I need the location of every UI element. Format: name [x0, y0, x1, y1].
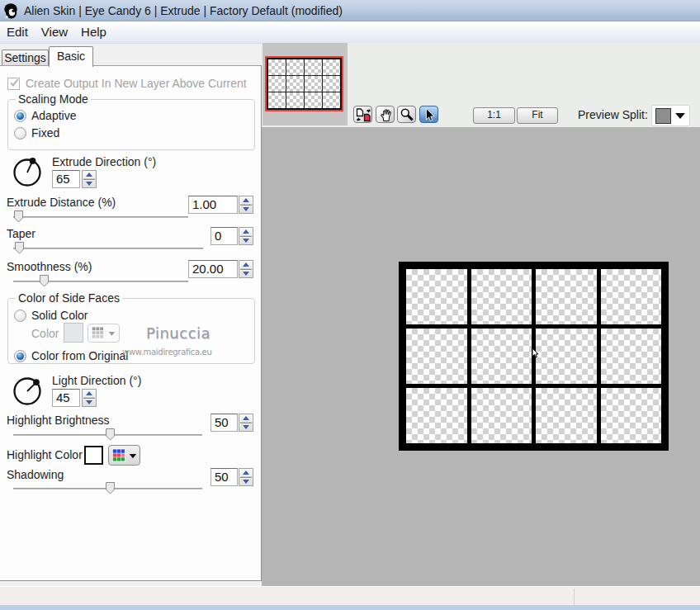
spin-down-icon[interactable]	[243, 239, 249, 243]
spinner-ridge	[240, 422, 252, 424]
scaling-fixed-option[interactable]: Fixed	[14, 126, 59, 139]
menu-edit[interactable]: Edit	[0, 21, 35, 43]
fixed-radio[interactable]	[14, 127, 26, 139]
fixed-label: Fixed	[31, 126, 59, 139]
zoom-tool-button[interactable]	[397, 106, 416, 123]
smoothness-label: Smoothness (%)	[7, 260, 92, 273]
spin-down-icon[interactable]	[86, 182, 92, 186]
create-output-row: Create Output In New Layer Above Current	[7, 77, 247, 90]
spin-down-icon[interactable]	[243, 272, 249, 276]
arrow-tool-button[interactable]	[419, 106, 438, 123]
color-side-faces-legend: Color of Side Faces	[16, 291, 122, 305]
spin-up-icon[interactable]	[243, 471, 249, 475]
smoothness-slider[interactable]	[13, 281, 188, 282]
solid-color-dropdown[interactable]	[88, 324, 120, 343]
adaptive-radio[interactable]	[14, 110, 26, 122]
extrude-distance-input[interactable]: 1.00	[188, 196, 238, 214]
spin-up-icon[interactable]	[243, 229, 249, 234]
color-from-original-option[interactable]: Color from Original	[14, 349, 128, 362]
tab-settings[interactable]: Settings	[2, 50, 49, 66]
spinner-ridge	[240, 268, 252, 271]
status-bar	[0, 586, 700, 606]
taper-input[interactable]: 0	[210, 227, 238, 245]
window-title: Alien Skin | Eye Candy 6 | Extrude | Fac…	[24, 4, 343, 17]
shadowing-thumb[interactable]	[106, 482, 115, 494]
menu-bar: Edit View Help	[0, 21, 700, 44]
watermark-url: www.maidiregrafica.eu	[122, 348, 212, 357]
preview-split-swatch	[655, 108, 671, 124]
spin-up-icon[interactable]	[243, 262, 249, 267]
hand-icon	[376, 106, 395, 124]
highlight-brightness-label: Highlight Brightness	[7, 414, 110, 427]
spin-down-icon[interactable]	[243, 480, 249, 484]
highlight-brightness-input[interactable]: 50	[210, 414, 238, 432]
spin-up-icon[interactable]	[86, 173, 92, 177]
highlight-brightness-spinner[interactable]	[239, 414, 253, 432]
navigator-thumbnail[interactable]	[265, 56, 343, 111]
create-output-checkbox[interactable]	[7, 78, 20, 90]
menu-help[interactable]: Help	[74, 21, 113, 43]
spin-down-icon[interactable]	[243, 207, 249, 211]
extrude-direction-spinner[interactable]	[82, 170, 97, 188]
navigator-grid-cell	[305, 76, 322, 92]
solid-color-option[interactable]: Solid Color	[14, 309, 88, 322]
image-grid-cell	[536, 388, 597, 443]
spin-up-icon[interactable]	[243, 198, 249, 202]
scaling-adaptive-option[interactable]: Adaptive	[14, 109, 76, 122]
preview-split-dropdown[interactable]	[651, 105, 690, 126]
extrude-direction-input[interactable]: 65	[52, 170, 80, 188]
preview-split-label: Preview Split:	[578, 108, 648, 121]
tab-basic[interactable]: Basic	[49, 46, 93, 67]
zoom-100-button[interactable]: 1:1	[473, 107, 515, 124]
shadowing-spinner[interactable]	[239, 468, 253, 486]
navigator-grid-cell	[268, 59, 286, 75]
navigator-grid-cell	[305, 92, 322, 108]
menu-view[interactable]: View	[35, 21, 74, 43]
smoothness-thumb[interactable]	[40, 275, 49, 287]
title-bar: Alien Skin | Eye Candy 6 | Extrude | Fac…	[0, 0, 700, 21]
spin-down-icon[interactable]	[243, 425, 249, 429]
mouse-cursor	[532, 348, 540, 359]
highlight-brightness-slider[interactable]	[13, 434, 202, 436]
solid-color-radio[interactable]	[14, 310, 26, 322]
spin-up-icon[interactable]	[86, 391, 92, 395]
navigator-grid-cell	[323, 59, 340, 75]
shadowing-input[interactable]: 50	[210, 468, 238, 486]
extrude-distance-spinner[interactable]	[239, 196, 253, 214]
highlight-brightness-thumb[interactable]	[106, 428, 115, 441]
spinner-ridge	[240, 476, 252, 479]
extrude-direction-dial[interactable]	[12, 156, 45, 189]
color-from-original-radio[interactable]	[14, 350, 26, 362]
navigator-grid	[267, 58, 342, 110]
image-grid-cell	[601, 269, 662, 324]
extrude-distance-slider[interactable]	[13, 216, 188, 218]
highlight-color-dropdown[interactable]	[108, 445, 140, 466]
shadowing-slider[interactable]	[13, 488, 202, 489]
taper-spinner[interactable]	[239, 227, 253, 245]
light-direction-input[interactable]: 45	[52, 389, 80, 407]
shadowing-label: Shadowing	[7, 468, 64, 481]
hand-tool-button[interactable]	[376, 106, 395, 123]
color-from-original-label: Color from Original	[31, 349, 128, 362]
fit-button[interactable]: Fit	[517, 107, 558, 124]
highlight-color-swatch[interactable]	[84, 446, 103, 465]
taper-thumb[interactable]	[15, 242, 24, 254]
highlight-color-label: Highlight Color	[7, 448, 83, 461]
arrow-cursor-icon	[420, 106, 439, 124]
taper-slider[interactable]	[13, 248, 203, 249]
smoothness-input[interactable]: 20.00	[188, 260, 238, 278]
app-icon	[4, 3, 18, 19]
smoothness-spinner[interactable]	[239, 260, 253, 278]
navigator	[262, 43, 348, 125]
color-label: Color	[31, 327, 59, 340]
image-grid-cell	[471, 269, 532, 324]
toggle-original-button[interactable]	[353, 106, 372, 123]
preview-area[interactable]	[262, 127, 700, 586]
extrude-distance-thumb[interactable]	[14, 210, 23, 223]
light-direction-spinner[interactable]	[82, 389, 97, 407]
spin-down-icon[interactable]	[86, 400, 92, 404]
solid-color-swatch[interactable]	[64, 323, 83, 343]
solid-color-label: Solid Color	[31, 309, 88, 322]
spin-up-icon[interactable]	[243, 416, 249, 420]
light-direction-dial[interactable]	[12, 375, 45, 408]
